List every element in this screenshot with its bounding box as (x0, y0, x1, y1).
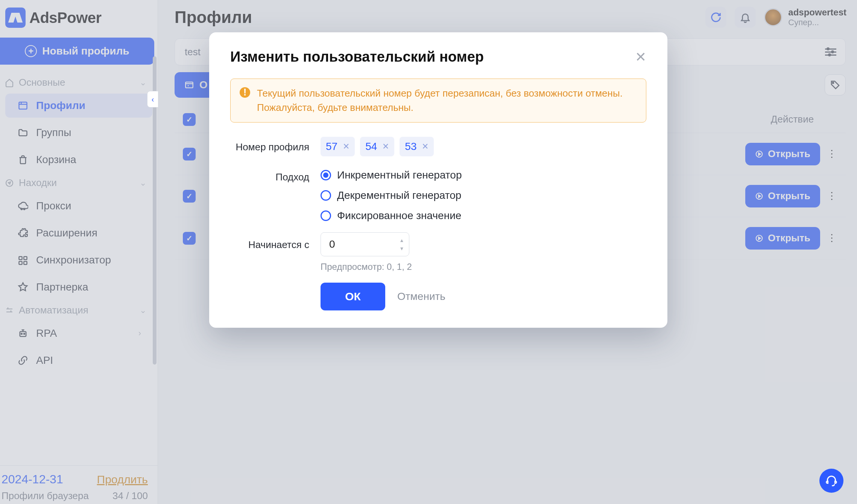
radio-increment[interactable]: Инкрементный генератор (321, 169, 646, 181)
step-down-icon[interactable]: ▼ (398, 245, 406, 252)
label-approach: Подход (230, 167, 309, 222)
modal-title: Изменить пользовательский номер (230, 49, 484, 65)
tag: 53✕ (400, 137, 434, 156)
radio-decrement[interactable]: Декрементный генератор (321, 189, 646, 201)
label-profile-number: Номер профиля (230, 137, 309, 156)
modal-close-button[interactable]: ✕ (635, 49, 646, 65)
support-fab[interactable] (819, 469, 843, 493)
remove-tag-icon[interactable]: ✕ (343, 142, 349, 151)
profile-number-tags: 57✕ 54✕ 53✕ (321, 137, 646, 156)
ok-button[interactable]: ОК (321, 283, 385, 310)
modal-change-user-number: Изменить пользовательский номер ✕ ! Теку… (209, 32, 667, 328)
modal-alert: ! Текущий пользовательский номер будет п… (230, 79, 646, 123)
remove-tag-icon[interactable]: ✕ (382, 142, 389, 151)
step-up-icon[interactable]: ▲ (398, 236, 406, 244)
tag: 54✕ (360, 137, 394, 156)
cancel-button[interactable]: Отменить (397, 291, 445, 303)
sidebar-collapse-handle[interactable]: ‹ (147, 91, 158, 107)
start-value: 0 (329, 238, 335, 250)
warning-icon: ! (240, 87, 250, 98)
preview-text: Предпросмотр: 0, 1, 2 (321, 262, 646, 272)
label-starts-with: Начинается с (230, 232, 309, 272)
radio-icon (321, 190, 331, 201)
radio-icon (321, 170, 331, 180)
start-value-input[interactable]: 0 ▲ ▼ (321, 232, 409, 256)
approach-radios: Инкрементный генератор Декрементный гене… (321, 167, 646, 222)
remove-tag-icon[interactable]: ✕ (422, 142, 428, 151)
radio-icon (321, 210, 331, 221)
alert-text: Текущий пользовательский номер будет пер… (257, 86, 635, 115)
tag: 57✕ (321, 137, 355, 156)
radio-fixed[interactable]: Фиксированное значение (321, 210, 646, 222)
